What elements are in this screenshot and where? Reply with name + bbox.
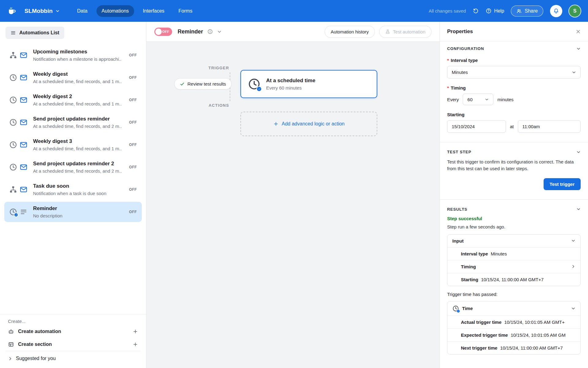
user-avatar[interactable]: S bbox=[569, 5, 581, 17]
automation-title: Weekly digest 3 bbox=[33, 138, 122, 144]
clock-icon bbox=[9, 74, 17, 82]
automation-title: Reminder bbox=[33, 205, 122, 212]
interval-type-label: Interval type bbox=[451, 58, 478, 63]
automation-list-item-upcoming-milestones[interactable]: Upcoming milestones Notification when a … bbox=[4, 45, 142, 65]
automation-list-item-reminder[interactable]: Reminder No description OFF bbox=[4, 202, 142, 222]
chevron-right-icon bbox=[571, 264, 575, 269]
test-step-section-header[interactable]: TEST STEP bbox=[447, 150, 581, 154]
automation-meta: Send project updates reminder At a sched… bbox=[33, 116, 122, 129]
start-time-input[interactable]: 11:00am bbox=[518, 120, 581, 133]
info-icon[interactable] bbox=[207, 29, 213, 34]
automation-meta: Send project updates reminder 2 At a sch… bbox=[33, 161, 122, 174]
chevron-down-icon bbox=[571, 306, 575, 311]
test-trigger-button[interactable]: Test trigger bbox=[544, 178, 581, 190]
automation-list-item-weekly-digest-3[interactable]: Weekly digest 3 At a scheduled time, fin… bbox=[4, 135, 142, 155]
at-label: at bbox=[510, 124, 514, 129]
automation-list-item-send-project-updates-reminder[interactable]: Send project updates reminder At a sched… bbox=[4, 112, 142, 132]
divider bbox=[440, 199, 588, 200]
result-row-value: 10/15/24, 11:00:00 AM GMT+7 bbox=[481, 277, 544, 282]
mail-icon bbox=[20, 163, 28, 171]
chevron-down-icon bbox=[55, 9, 60, 13]
robot-icon bbox=[8, 328, 14, 335]
result-row-value: 10/15/24, 11:00:00 AM GMT+7 bbox=[500, 345, 563, 351]
automation-icons bbox=[9, 118, 28, 126]
automation-status-badge: OFF bbox=[129, 210, 137, 214]
result-row-value: 10/15/24, 10:01:05 AM GM bbox=[511, 332, 565, 338]
app-logo-icon[interactable] bbox=[7, 7, 17, 15]
test-step-heading: TEST STEP bbox=[447, 150, 471, 154]
plus-icon bbox=[133, 329, 138, 334]
result-row-timing[interactable]: Timing bbox=[447, 260, 580, 273]
start-date-input[interactable]: 15/10/2024 bbox=[447, 120, 506, 133]
automation-meta: Upcoming milestones Notification when a … bbox=[33, 49, 122, 62]
toggle-knob bbox=[155, 29, 162, 35]
test-automation-label: Test automation bbox=[393, 29, 425, 34]
automation-description: At a scheduled time, find records, and 1… bbox=[33, 79, 122, 84]
nav-tab-forms[interactable]: Forms bbox=[173, 5, 198, 17]
mail-icon bbox=[20, 74, 28, 82]
nav-tab-automations[interactable]: Automations bbox=[96, 5, 134, 17]
properties-panel: Properties CONFIGURATION * Interval type… bbox=[439, 22, 588, 368]
branch-icon bbox=[9, 186, 17, 194]
result-row-label: Expected trigger time bbox=[461, 332, 508, 338]
suggested-for-you-button[interactable]: Suggested for you bbox=[6, 351, 141, 366]
clock-icon bbox=[9, 118, 17, 126]
section-grid-icon bbox=[8, 341, 14, 347]
every-minutes-select[interactable]: 60 bbox=[463, 94, 493, 105]
automation-history-button[interactable]: Automation history bbox=[325, 26, 375, 38]
result-row-label: Interval type bbox=[461, 251, 488, 256]
primary-nav: Data Automations Interfaces Forms bbox=[72, 5, 198, 17]
add-action-button[interactable]: Add advanced logic or action bbox=[240, 112, 377, 136]
automation-meta: Weekly digest 3 At a scheduled time, fin… bbox=[33, 138, 122, 151]
input-group-header[interactable]: Input bbox=[447, 235, 580, 247]
automation-list-item-send-project-updates-reminder-2[interactable]: Send project updates reminder 2 At a sch… bbox=[4, 157, 142, 177]
close-icon[interactable] bbox=[576, 29, 581, 34]
share-button[interactable]: Share bbox=[511, 6, 543, 17]
create-section-button[interactable]: Create section bbox=[6, 338, 141, 351]
automation-icons bbox=[9, 96, 28, 104]
interval-type-select[interactable]: Minutes bbox=[447, 66, 581, 79]
result-row-expected-trigger-time: Expected trigger time 10/15/24, 10:01:05… bbox=[447, 328, 580, 341]
results-time-group: Time Actual trigger time 10/15/24, 10:01… bbox=[447, 301, 581, 355]
nav-tab-data[interactable]: Data bbox=[72, 5, 93, 17]
required-marker: * bbox=[447, 85, 449, 90]
automations-sidebar: Automations List Upcoming milestones Not… bbox=[0, 22, 146, 368]
history-icon[interactable] bbox=[473, 8, 479, 14]
help-icon bbox=[486, 8, 492, 14]
result-row-value: Minutes bbox=[491, 251, 507, 256]
results-section-header[interactable]: RESULTS bbox=[447, 207, 581, 212]
canvas-body[interactable]: TRIGGER Review test results At a schedul… bbox=[146, 42, 439, 368]
automation-list-item-weekly-digest[interactable]: Weekly digest At a scheduled time, find … bbox=[4, 67, 142, 88]
result-row-actual-trigger-time: Actual trigger time 10/15/24, 10:01:05 A… bbox=[447, 316, 580, 328]
trigger-card[interactable]: At a scheduled time Every 60 minutes bbox=[240, 70, 377, 98]
automation-list-item-task-due-soon[interactable]: Task due soon Notification when a task i… bbox=[4, 179, 142, 200]
properties-body: CONFIGURATION * Interval type Minutes * … bbox=[440, 41, 588, 368]
menu-icon bbox=[10, 30, 16, 36]
automation-enabled-toggle[interactable]: OFF bbox=[154, 28, 172, 36]
review-test-results-button[interactable]: Review test results bbox=[174, 78, 232, 90]
automation-title: Task due soon bbox=[33, 183, 122, 189]
chevron-down-icon[interactable] bbox=[217, 29, 222, 34]
time-group-header[interactable]: Time bbox=[447, 301, 580, 316]
notifications-button[interactable] bbox=[550, 5, 562, 17]
help-button[interactable]: Help bbox=[486, 8, 504, 14]
divider bbox=[440, 142, 588, 142]
automation-list-item-weekly-digest-2[interactable]: Weekly digest 2 At a scheduled time, fin… bbox=[4, 90, 142, 110]
clock-check-icon bbox=[248, 78, 261, 90]
nav-tab-interfaces[interactable]: Interfaces bbox=[138, 5, 170, 17]
automation-description: No description bbox=[33, 213, 122, 218]
mail-icon bbox=[20, 96, 28, 104]
automation-status-badge: OFF bbox=[129, 75, 137, 80]
automation-icons bbox=[9, 208, 28, 216]
automations-list-button[interactable]: Automations List bbox=[6, 27, 64, 39]
clock-check-icon bbox=[452, 305, 459, 312]
create-automation-button[interactable]: Create automation bbox=[6, 325, 141, 338]
configuration-section-header[interactable]: CONFIGURATION bbox=[447, 46, 581, 51]
properties-title: Properties bbox=[447, 29, 473, 35]
people-icon bbox=[516, 8, 522, 14]
workspace-switcher[interactable]: SLMobbin bbox=[24, 8, 60, 14]
automation-icons bbox=[9, 74, 28, 82]
automation-name-title: Reminder bbox=[178, 29, 203, 35]
test-automation-button[interactable]: Test automation bbox=[379, 26, 432, 38]
starting-row: 15/10/2024 at 11:00am bbox=[447, 120, 581, 133]
